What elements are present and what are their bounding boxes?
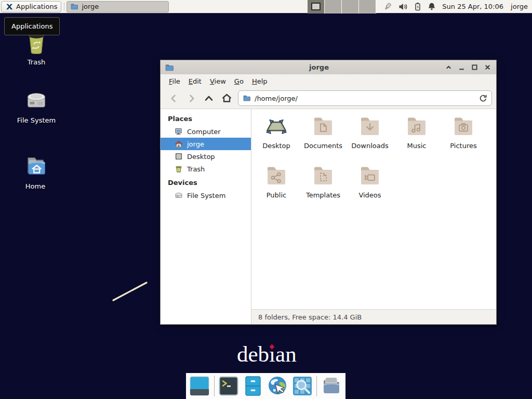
sidebar-item-label: jorge bbox=[187, 140, 204, 148]
sidebar-item-trash[interactable]: Trash bbox=[161, 163, 251, 175]
app-finder-launcher[interactable] bbox=[292, 376, 312, 396]
file-label: Music bbox=[393, 142, 440, 150]
forward-button[interactable] bbox=[182, 90, 200, 106]
sidebar-item-file-system[interactable]: File System bbox=[161, 189, 251, 202]
file-view: Desktop Documents bbox=[251, 109, 496, 324]
downloads-folder-icon bbox=[357, 114, 382, 139]
app-finder-icon bbox=[292, 376, 312, 396]
menu-view[interactable]: View bbox=[206, 75, 230, 87]
location-bar[interactable]: /home/jorge/ bbox=[238, 90, 492, 106]
sidebar-item-label: Trash bbox=[187, 165, 205, 173]
file-label: Downloads bbox=[347, 142, 393, 150]
home-button[interactable] bbox=[218, 90, 235, 106]
sidebar: Places Computer bbox=[161, 109, 251, 324]
workspace-3[interactable] bbox=[342, 0, 359, 14]
file-item-templates[interactable]: Templates bbox=[300, 164, 347, 213]
file-manager-window: jorge File Edit View Go Help bbox=[160, 60, 497, 325]
file-label: Templates bbox=[300, 191, 347, 199]
path-input[interactable]: /home/jorge/ bbox=[255, 95, 475, 102]
close-button[interactable] bbox=[484, 63, 491, 71]
sidebar-item-jorge[interactable]: jorge bbox=[161, 138, 251, 150]
status-bar: 8 folders, Free space: 14.4 GiB bbox=[251, 309, 496, 324]
desktop-icon-label: Trash bbox=[10, 58, 62, 66]
volume-icon[interactable] bbox=[398, 3, 408, 11]
back-button[interactable] bbox=[165, 90, 182, 106]
window-folder-icon bbox=[165, 63, 174, 72]
folder-icon bbox=[70, 3, 78, 10]
terminal-launcher[interactable] bbox=[219, 376, 239, 396]
window-titlebar[interactable]: jorge bbox=[161, 60, 496, 74]
logo-text: deb bbox=[237, 342, 269, 367]
sidebar-item-computer[interactable]: Computer bbox=[161, 125, 251, 138]
file-item-public[interactable]: Public bbox=[253, 164, 300, 213]
sidebar-item-label: Desktop bbox=[187, 153, 215, 161]
file-item-music[interactable]: Music bbox=[393, 114, 440, 164]
shade-button[interactable] bbox=[445, 63, 453, 71]
web-browser-launcher[interactable] bbox=[267, 376, 288, 396]
desktop-icon-home[interactable]: Home bbox=[9, 153, 61, 190]
desktop: Applications jorge bbox=[0, 0, 532, 399]
taskbar-window-button[interactable]: jorge bbox=[66, 1, 169, 12]
window-title: jorge bbox=[290, 63, 348, 71]
up-button[interactable] bbox=[200, 90, 218, 106]
battery-icon[interactable] bbox=[414, 2, 422, 11]
pictures-folder-icon bbox=[451, 114, 476, 139]
music-folder-icon bbox=[404, 114, 429, 139]
applications-menu-label: Applications bbox=[16, 3, 57, 10]
desktop-icon-label: File System bbox=[10, 116, 62, 124]
file-item-downloads[interactable]: Downloads bbox=[347, 114, 393, 164]
file-grid: Desktop Documents bbox=[251, 109, 496, 309]
folder-launcher[interactable] bbox=[321, 376, 342, 396]
menu-help[interactable]: Help bbox=[248, 75, 272, 87]
maximize-button[interactable] bbox=[471, 63, 478, 71]
applications-tooltip: Applications bbox=[4, 17, 60, 35]
logo-i: ı bbox=[269, 342, 275, 367]
desktop-icon bbox=[175, 152, 183, 161]
workspace-4[interactable] bbox=[359, 0, 376, 14]
computer-icon bbox=[175, 127, 183, 136]
panel-handle bbox=[64, 3, 64, 10]
menu-file[interactable]: File bbox=[165, 75, 184, 87]
xfce-logo-icon bbox=[5, 3, 14, 11]
file-item-videos[interactable]: Videos bbox=[347, 164, 393, 213]
file-item-desktop[interactable]: Desktop bbox=[253, 114, 300, 164]
show-desktop-button[interactable] bbox=[190, 376, 210, 396]
sidebar-item-desktop[interactable]: Desktop bbox=[161, 150, 251, 163]
window-controls bbox=[445, 63, 491, 71]
workspace-2[interactable] bbox=[325, 0, 342, 14]
applications-menu-button[interactable]: Applications bbox=[1, 1, 61, 12]
file-label: Desktop bbox=[253, 142, 300, 150]
public-folder-icon bbox=[264, 164, 289, 189]
minimize-button[interactable] bbox=[458, 63, 466, 71]
panel-user-menu[interactable]: jorge bbox=[511, 3, 528, 10]
workspace-1[interactable] bbox=[308, 0, 325, 14]
dock-separator bbox=[214, 376, 215, 396]
workspace-switcher bbox=[308, 0, 376, 14]
menu-edit[interactable]: Edit bbox=[184, 75, 206, 87]
menu-go[interactable]: Go bbox=[230, 75, 248, 87]
dock bbox=[186, 373, 345, 399]
panel-clock[interactable]: Sun 25 Apr, 10:06 bbox=[442, 3, 503, 10]
globe-browser-icon bbox=[267, 376, 288, 396]
window-body: Places Computer bbox=[161, 109, 496, 324]
file-label: Documents bbox=[300, 142, 347, 150]
videos-folder-icon bbox=[357, 164, 382, 189]
path-folder-icon bbox=[243, 95, 251, 102]
dock-folder-icon bbox=[321, 376, 342, 396]
desktop-pad-icon bbox=[264, 114, 289, 139]
show-desktop-icon bbox=[190, 376, 209, 396]
notification-bell-icon[interactable] bbox=[428, 2, 436, 11]
menu-bar: File Edit View Go Help bbox=[161, 74, 496, 88]
logo-text: an bbox=[275, 342, 297, 367]
stylus-tool-icon[interactable] bbox=[382, 2, 393, 11]
desktop-icon-file-system[interactable]: File System bbox=[10, 88, 62, 124]
reload-icon[interactable] bbox=[479, 94, 487, 102]
file-manager-launcher[interactable] bbox=[243, 376, 263, 396]
sidebar-header-devices: Devices bbox=[161, 175, 251, 189]
file-cabinet-icon bbox=[243, 376, 263, 396]
sidebar-item-label: Computer bbox=[187, 128, 221, 136]
file-item-pictures[interactable]: Pictures bbox=[440, 114, 487, 164]
dock-separator bbox=[316, 376, 317, 396]
file-item-documents[interactable]: Documents bbox=[300, 114, 347, 164]
templates-folder-icon bbox=[311, 164, 336, 189]
